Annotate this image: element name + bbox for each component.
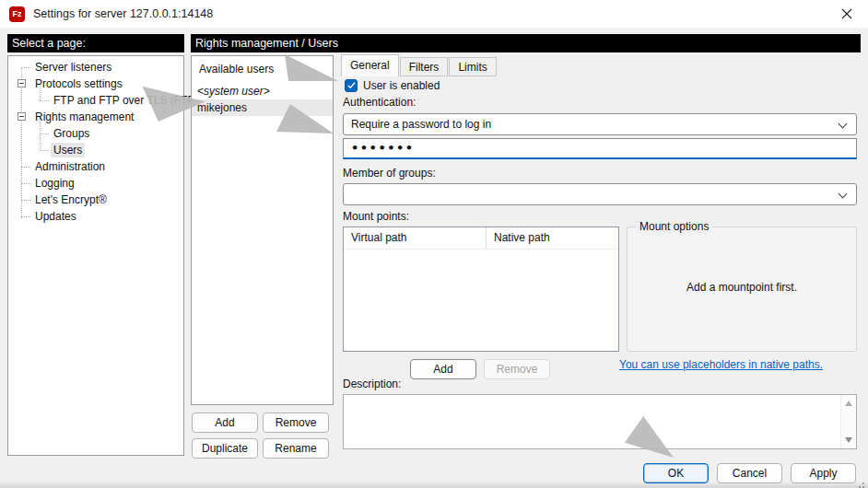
page-tree: Server listeners Protocols settings FTP … bbox=[8, 56, 183, 225]
mount-options-group: Mount options Add a mountpoint first. bbox=[627, 227, 857, 352]
tab-bar: General Filters Limits bbox=[341, 54, 498, 76]
sidebar-item-lets-encrypt[interactable]: Let's Encrypt® bbox=[8, 192, 183, 208]
resize-grip[interactable] bbox=[862, 482, 864, 484]
close-button[interactable] bbox=[826, 0, 868, 28]
sidebar-item-updates[interactable]: Updates bbox=[8, 208, 183, 225]
add-user-button[interactable]: Add bbox=[192, 412, 258, 433]
sidebar-item-users[interactable]: Users bbox=[8, 142, 183, 158]
available-users-list: Available users <system user> mikejones bbox=[191, 55, 334, 405]
sidebar-item-groups[interactable]: Groups bbox=[8, 125, 183, 142]
select-page-header: Select a page: bbox=[7, 34, 184, 52]
tab-filters[interactable]: Filters bbox=[400, 57, 449, 76]
duplicate-user-button[interactable]: Duplicate bbox=[192, 438, 258, 459]
list-item-mikejones[interactable]: mikejones bbox=[192, 99, 333, 116]
description-textarea[interactable] bbox=[343, 394, 857, 449]
title-bar: Fz Settings for server 127.0.0.1:14148 bbox=[0, 0, 868, 28]
mount-options-empty-message: Add a mountpoint first. bbox=[628, 281, 856, 294]
virtual-path-column-header[interactable]: Virtual path bbox=[344, 227, 487, 249]
mount-points-label: Mount points: bbox=[343, 210, 409, 223]
sidebar-item-logging[interactable]: Logging bbox=[8, 175, 183, 192]
breadcrumb: Rights management / Users bbox=[191, 34, 861, 52]
authentication-label: Authentication: bbox=[343, 96, 416, 109]
add-mountpoint-button[interactable]: Add bbox=[410, 359, 476, 379]
ok-button[interactable]: OK bbox=[643, 463, 709, 483]
sidebar-item-administration[interactable]: Administration bbox=[8, 158, 183, 175]
checkmark-icon bbox=[346, 80, 357, 90]
chevron-down-icon bbox=[839, 120, 848, 129]
authentication-dropdown[interactable]: Require a password to log in bbox=[343, 113, 857, 135]
filezilla-server-icon: Fz bbox=[9, 6, 25, 22]
remove-mountpoint-button[interactable]: Remove bbox=[484, 359, 550, 379]
cancel-button[interactable]: Cancel bbox=[717, 463, 782, 483]
close-icon bbox=[841, 8, 852, 19]
apply-button[interactable]: Apply bbox=[791, 463, 856, 483]
user-enabled-label: User is enabled bbox=[363, 79, 440, 92]
tab-general[interactable]: General bbox=[341, 54, 399, 76]
password-input[interactable]: ••••••• bbox=[343, 138, 857, 159]
collapse-icon[interactable] bbox=[18, 79, 26, 87]
user-enabled-checkbox[interactable] bbox=[345, 79, 358, 92]
mount-table-header: Virtual path Native path bbox=[344, 227, 618, 250]
window-title: Settings for server 127.0.0.1:14148 bbox=[33, 0, 213, 28]
rename-user-button[interactable]: Rename bbox=[263, 438, 329, 459]
member-of-groups-label: Member of groups: bbox=[343, 167, 436, 180]
placeholders-link[interactable]: You can use placeholders in native paths… bbox=[619, 358, 823, 371]
mount-options-legend: Mount options bbox=[636, 220, 712, 233]
sidebar-item-protocols-settings[interactable]: Protocols settings bbox=[8, 76, 183, 92]
scroll-up-icon[interactable] bbox=[845, 401, 852, 406]
collapse-icon[interactable] bbox=[18, 112, 26, 121]
native-path-column-header[interactable]: Native path bbox=[487, 227, 550, 249]
scroll-down-icon[interactable] bbox=[845, 437, 852, 443]
description-scrollbar[interactable] bbox=[840, 395, 856, 448]
sidebar-item-server-listeners[interactable]: Server listeners bbox=[8, 59, 183, 76]
description-label: Description: bbox=[343, 378, 401, 390]
chevron-down-icon bbox=[839, 190, 848, 199]
list-item-system-user[interactable]: <system user> bbox=[192, 83, 333, 99]
member-of-groups-dropdown[interactable] bbox=[343, 183, 857, 205]
remove-user-button[interactable]: Remove bbox=[263, 412, 329, 433]
tab-limits[interactable]: Limits bbox=[449, 57, 496, 76]
mount-points-table[interactable]: Virtual path Native path bbox=[343, 227, 619, 352]
